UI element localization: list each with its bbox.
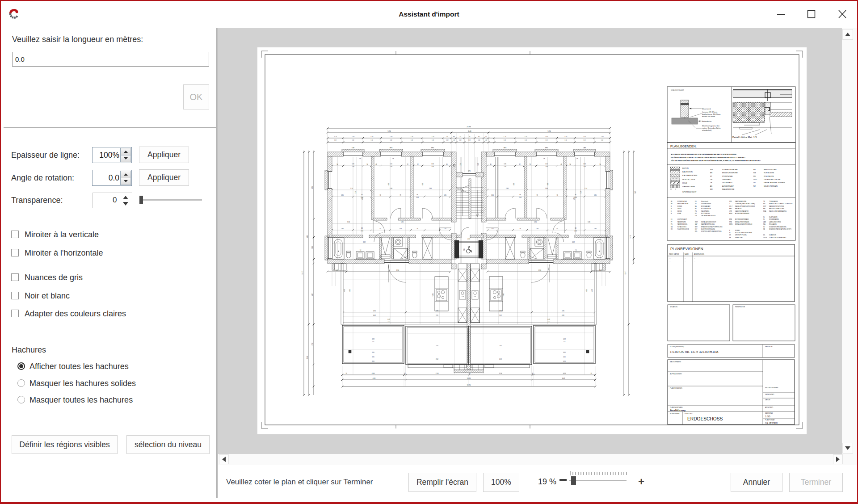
svg-text:1.43: 1.43 xyxy=(360,249,362,252)
svg-text:Betondecke: Betondecke xyxy=(702,120,712,122)
svg-text:79: 79 xyxy=(519,228,521,230)
svg-text:METALLFENSTERBANK: METALLFENSTERBANK xyxy=(735,221,749,223)
svg-text:16.71: 16.71 xyxy=(624,271,626,275)
svg-text:2.88: 2.88 xyxy=(429,188,432,189)
svg-text:HFL: HFL xyxy=(763,208,766,210)
svg-text:Ausführung: Ausführung xyxy=(670,408,686,412)
svg-text:ROLLLADEN: ROLLLADEN xyxy=(769,223,777,225)
svg-text:1.20: 1.20 xyxy=(594,194,597,196)
svg-text:2.04: 2.04 xyxy=(416,197,419,198)
svg-text:NAME:: NAME: xyxy=(685,253,689,255)
svg-text:MFG: MFG xyxy=(504,147,506,149)
svg-text:SENKRECHTBESCHATTUNG (STOFF): SENKRECHTBESCHATTUNG (STOFF) xyxy=(769,228,791,230)
svg-text:75: 75 xyxy=(485,136,487,138)
svg-text:PF: PF xyxy=(671,203,673,205)
svg-text:6.50: 6.50 xyxy=(538,269,541,271)
svg-text:9.76: 9.76 xyxy=(629,235,631,239)
svg-text:97: 97 xyxy=(446,136,448,138)
svg-text:LAM: LAM xyxy=(583,147,586,149)
svg-text:79: 79 xyxy=(416,228,418,230)
svg-text:2.04: 2.04 xyxy=(519,197,522,198)
svg-text:DK: DK xyxy=(576,158,578,160)
svg-text:4.88: 4.88 xyxy=(547,183,549,185)
svg-text:ES DÜRFEN KEINERLEI INSTALLATI: ES DÜRFEN KEINERLEI INSTALLATIONEN IN DE… xyxy=(671,156,745,159)
svg-text:94: 94 xyxy=(599,164,601,165)
svg-text:2.52: 2.52 xyxy=(436,358,438,360)
svg-text:AUSSENWASSERHAHN: AUSSENWASSERHAHN xyxy=(735,213,749,214)
svg-text:4.68: 4.68 xyxy=(363,241,366,243)
svg-text:31: 31 xyxy=(590,373,592,374)
svg-text:PARZELLE:: PARZELLE: xyxy=(765,346,773,348)
svg-text:75: 75 xyxy=(400,194,401,196)
svg-text:RHD: RHD xyxy=(729,208,732,210)
svg-text:3.36: 3.36 xyxy=(588,221,590,223)
svg-text:FALLSTRANG: FALLSTRANG xyxy=(701,210,709,212)
svg-text:9.76: 9.76 xyxy=(307,235,308,239)
svg-text:BRÜSTUNGSHÖHE: BRÜSTUNGSHÖHE xyxy=(722,172,738,174)
svg-text:1.66: 1.66 xyxy=(352,163,354,165)
svg-text:KOTEN (Meereshöhe): KOTEN (Meereshöhe) xyxy=(670,346,684,348)
svg-text:7.36: 7.36 xyxy=(311,246,313,249)
svg-text:DREHKIPP-FLÜGEL: DREHKIPP-FLÜGEL xyxy=(735,234,747,236)
svg-text:UKD: UKD xyxy=(753,179,757,181)
svg-text:DATUM:: DATUM: xyxy=(674,253,679,255)
svg-text:2.16: 2.16 xyxy=(499,373,502,374)
svg-text:1.88: 1.88 xyxy=(431,166,434,168)
svg-text:SW: SW xyxy=(710,169,713,171)
svg-text:4.86: 4.86 xyxy=(586,289,588,292)
svg-text:76: 76 xyxy=(556,194,558,196)
svg-text:erforderlich): erforderlich) xyxy=(702,129,712,131)
svg-text:2.14: 2.14 xyxy=(585,188,587,189)
svg-text:SANITÄRVERTEILUNG: SANITÄRVERTEILUNG xyxy=(701,223,715,225)
svg-text:SAV: SAV xyxy=(695,223,698,225)
svg-text:WLP: WLP xyxy=(763,206,766,207)
svg-text:DILATATION: DILATATION xyxy=(769,234,776,236)
svg-text:PLANFORMAT:: PLANFORMAT: xyxy=(765,419,775,421)
svg-text:KALKSANDSTEIN: KALKSANDSTEIN xyxy=(682,174,697,176)
svg-text:4.60: 4.60 xyxy=(591,289,593,292)
svg-text:12: 12 xyxy=(519,164,521,165)
svg-text:1.26: 1.26 xyxy=(491,194,494,196)
svg-text:2.52: 2.52 xyxy=(499,358,502,360)
svg-text:32: 32 xyxy=(404,373,406,374)
svg-text:66: 66 xyxy=(575,194,576,196)
svg-text:1.88: 1.88 xyxy=(545,166,548,168)
svg-text:2.11: 2.11 xyxy=(372,341,374,343)
svg-text:4.86: 4.86 xyxy=(349,289,351,292)
svg-text:MFG: MFG xyxy=(545,147,548,149)
svg-text:4.28: 4.28 xyxy=(563,338,566,340)
svg-text:DK: DK xyxy=(392,158,394,160)
svg-text:FERTIG BODEN: FERTIG BODEN xyxy=(764,169,777,171)
svg-text:BODENABLAUF: BODENABLAUF xyxy=(701,206,711,207)
svg-text:76: 76 xyxy=(469,136,471,138)
svg-text:INDEX: INDEX xyxy=(669,253,674,255)
svg-text:SCHWELLENHÖHE: SCHWELLENHÖHE xyxy=(722,169,738,171)
svg-text:1.40: 1.40 xyxy=(370,136,373,138)
svg-text:1.20: 1.20 xyxy=(341,194,344,196)
svg-text:69: 69 xyxy=(453,136,455,138)
svg-text:WASSERLÖSCHPOSTEN: WASSERLÖSCHPOSTEN xyxy=(769,206,784,207)
svg-text:SONNENSTOREN (BANKISE): SONNENSTOREN (BANKISE) xyxy=(769,226,786,228)
svg-text:DW: DW xyxy=(695,215,697,217)
svg-text:PUTZSPRUNG: PUTZSPRUNG xyxy=(701,213,710,214)
svg-text:32: 32 xyxy=(532,373,534,374)
svg-text:1.12: 1.12 xyxy=(485,139,488,141)
svg-text:MFB: MFB xyxy=(729,218,732,220)
svg-text:1.26: 1.26 xyxy=(444,194,446,196)
svg-text:HOLZ: HOLZ xyxy=(682,182,687,184)
svg-text:4.41: 4.41 xyxy=(373,315,376,316)
svg-text:DACHWASSERLEITUNG: DACHWASSERLEITUNG xyxy=(701,215,715,217)
svg-text:1.40: 1.40 xyxy=(545,136,548,138)
svg-text:GEWACHSENES TERRAIN: GEWACHSENES TERRAIN xyxy=(764,182,785,184)
svg-text:74: 74 xyxy=(529,164,531,165)
svg-text:1.12: 1.12 xyxy=(601,139,604,141)
svg-text:BAUVORHABEN:: BAUVORHABEN: xyxy=(670,361,681,363)
svg-text:6.50: 6.50 xyxy=(396,269,399,271)
svg-text:1.35: 1.35 xyxy=(410,136,413,138)
svg-text:5.92: 5.92 xyxy=(311,294,313,296)
svg-text:STURZHÖHE: STURZHÖHE xyxy=(722,176,733,177)
svg-text:2.88: 2.88 xyxy=(506,188,509,189)
svg-text:HANDTUCHRADIATOR: HANDTUCHRADIATOR xyxy=(735,210,749,212)
svg-text:Dia B4: Dia B4 xyxy=(763,237,767,239)
svg-text:LICHTSCHACHT: LICHTSCHACHT xyxy=(677,218,687,220)
